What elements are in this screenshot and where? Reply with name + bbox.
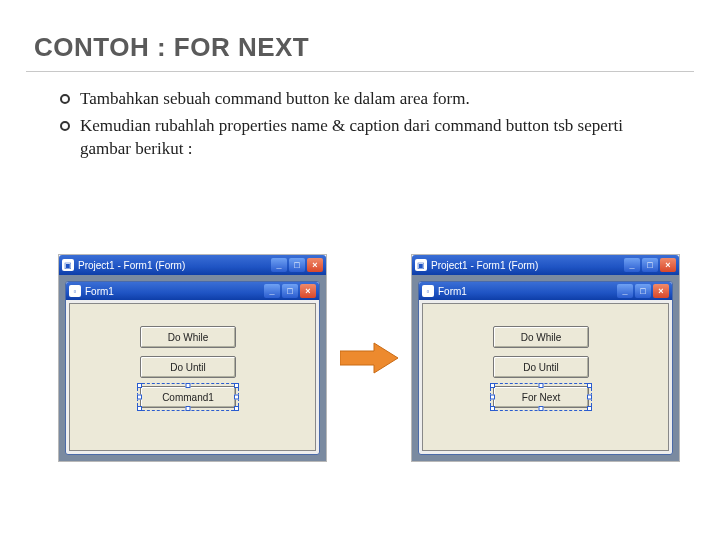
command-button[interactable]: Do While	[493, 326, 589, 348]
arrow-icon	[339, 338, 399, 378]
button-caption: Do Until	[170, 362, 206, 373]
bullet-item: Kemudian rubahlah properties name & capt…	[60, 115, 672, 161]
command-button[interactable]: Do Until	[493, 356, 589, 378]
resize-handle[interactable]	[539, 383, 544, 388]
maximize-button[interactable]: □	[635, 284, 651, 298]
bullet-icon	[60, 94, 70, 104]
bullet-list: Tambahkan sebuah command button ke dalam…	[18, 88, 702, 161]
outer-window-title: Project1 - Form1 (Form)	[78, 260, 271, 271]
figure-row: ▣ Project1 - Form1 (Form) _ □ × ▫ Form1 …	[58, 248, 680, 468]
button-caption: Do Until	[523, 362, 559, 373]
maximize-button[interactable]: □	[289, 258, 305, 272]
minimize-button[interactable]: _	[271, 258, 287, 272]
button-caption: Do While	[168, 332, 209, 343]
outer-window-title: Project1 - Form1 (Form)	[431, 260, 624, 271]
resize-handle[interactable]	[234, 395, 239, 400]
command-button[interactable]: Do While	[140, 326, 236, 348]
resize-handle[interactable]	[137, 383, 142, 388]
resize-handle[interactable]	[137, 406, 142, 411]
bullet-item: Tambahkan sebuah command button ke dalam…	[60, 88, 672, 111]
resize-handle[interactable]	[490, 395, 495, 400]
outer-titlebar: ▣ Project1 - Form1 (Form) _ □ ×	[412, 255, 679, 275]
bullet-icon	[60, 121, 70, 131]
slide-title: CONTOH : FOR NEXT	[26, 14, 694, 72]
window-controls: _ □ ×	[271, 258, 323, 272]
command-button-selected[interactable]: For Next	[493, 386, 589, 408]
app-icon: ▣	[415, 259, 427, 271]
button-caption: For Next	[522, 392, 560, 403]
form-window: ▫ Form1 _ □ × Do While Do Until	[418, 281, 673, 455]
resize-handle[interactable]	[186, 383, 191, 388]
outer-titlebar: ▣ Project1 - Form1 (Form) _ □ ×	[59, 255, 326, 275]
vb-window-before: ▣ Project1 - Form1 (Form) _ □ × ▫ Form1 …	[58, 254, 327, 462]
resize-handle[interactable]	[234, 406, 239, 411]
resize-handle[interactable]	[587, 383, 592, 388]
minimize-button[interactable]: _	[617, 284, 633, 298]
window-controls: _ □ ×	[624, 258, 676, 272]
button-caption: Command1	[162, 392, 214, 403]
resize-handle[interactable]	[234, 383, 239, 388]
bullet-text: Tambahkan sebuah command button ke dalam…	[80, 88, 470, 111]
mdi-area: ▫ Form1 _ □ × Do While Do Until	[59, 275, 326, 461]
window-controls: _ □ ×	[617, 284, 669, 298]
minimize-button[interactable]: _	[264, 284, 280, 298]
form-icon: ▫	[422, 285, 434, 297]
close-button[interactable]: ×	[660, 258, 676, 272]
svg-marker-0	[340, 343, 398, 373]
button-caption: Do While	[521, 332, 562, 343]
command-button[interactable]: Do Until	[140, 356, 236, 378]
resize-handle[interactable]	[587, 406, 592, 411]
inner-window-title: Form1	[85, 286, 264, 297]
resize-handle[interactable]	[587, 395, 592, 400]
inner-window-title: Form1	[438, 286, 617, 297]
inner-titlebar: ▫ Form1 _ □ ×	[419, 282, 672, 300]
maximize-button[interactable]: □	[642, 258, 658, 272]
window-controls: _ □ ×	[264, 284, 316, 298]
app-icon: ▣	[62, 259, 74, 271]
resize-handle[interactable]	[490, 383, 495, 388]
resize-handle[interactable]	[490, 406, 495, 411]
command-button-selected[interactable]: Command1	[140, 386, 236, 408]
form-designer[interactable]: Do While Do Until Command1	[69, 303, 316, 451]
resize-handle[interactable]	[186, 406, 191, 411]
maximize-button[interactable]: □	[282, 284, 298, 298]
vb-window-after: ▣ Project1 - Form1 (Form) _ □ × ▫ Form1 …	[411, 254, 680, 462]
form-icon: ▫	[69, 285, 81, 297]
close-button[interactable]: ×	[653, 284, 669, 298]
inner-titlebar: ▫ Form1 _ □ ×	[66, 282, 319, 300]
slide: CONTOH : FOR NEXT Tambahkan sebuah comma…	[0, 0, 720, 540]
form-designer[interactable]: Do While Do Until For Next	[422, 303, 669, 451]
form-window: ▫ Form1 _ □ × Do While Do Until	[65, 281, 320, 455]
bullet-text: Kemudian rubahlah properties name & capt…	[80, 115, 672, 161]
resize-handle[interactable]	[539, 406, 544, 411]
mdi-area: ▫ Form1 _ □ × Do While Do Until	[412, 275, 679, 461]
minimize-button[interactable]: _	[624, 258, 640, 272]
resize-handle[interactable]	[137, 395, 142, 400]
close-button[interactable]: ×	[307, 258, 323, 272]
close-button[interactable]: ×	[300, 284, 316, 298]
